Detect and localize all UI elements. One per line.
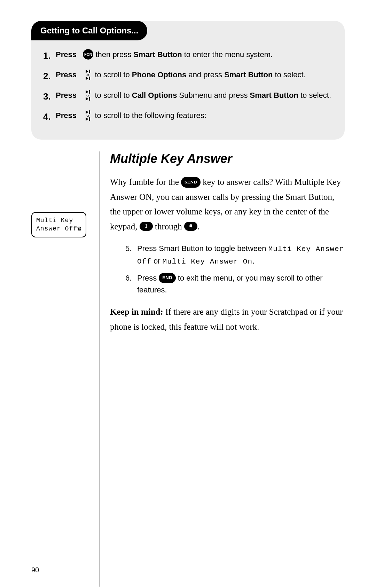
- send-key-icon: SEND: [181, 177, 201, 187]
- key-1-icon: 1: [140, 222, 153, 231]
- substep-text: or: [151, 257, 163, 265]
- screen-line-1: Multi Key: [36, 216, 81, 225]
- step-text: and press: [186, 70, 224, 79]
- step-text: to scroll to the following features:: [95, 111, 206, 120]
- step-bold: Smart Button: [250, 91, 298, 100]
- intro-paragraph: Why fumble for the SEND key to answer ca…: [110, 175, 345, 234]
- phone-screen-box: Multi Key Answer Off☎: [31, 212, 86, 237]
- press-label: Press: [56, 111, 77, 120]
- step-bold: Smart Button: [133, 50, 182, 59]
- step-4: 4. Press or to scroll to the following f…: [43, 110, 333, 124]
- scroll-icon: or: [83, 90, 93, 101]
- press-label: Press: [56, 91, 77, 100]
- page-number: 90: [31, 566, 39, 574]
- step-number: 1.: [43, 49, 52, 63]
- box-title: Getting to Call Options...: [31, 21, 147, 40]
- substep-text: Press Smart Button to toggle between: [137, 244, 268, 253]
- step-bold: Phone Options: [132, 70, 186, 79]
- substep-6: 6. Press END to exit the menu, or you ma…: [125, 272, 345, 296]
- substep-text: Press: [137, 274, 159, 282]
- vertical-divider: [100, 151, 100, 587]
- step-bold: Call Options: [132, 91, 177, 100]
- scroll-icon: or: [83, 70, 93, 80]
- scroll-icon: or: [83, 110, 93, 121]
- step-1: 1. Press FCN then press Smart Button to …: [43, 49, 333, 63]
- step-text: to scroll to: [95, 91, 132, 100]
- section-heading: Multiple Key Answer: [110, 151, 345, 166]
- step-3: 3. Press or to scroll to Call Options Su…: [43, 89, 333, 103]
- step-text: to select.: [273, 70, 305, 79]
- note-paragraph: Keep in mind: If there are any digits in…: [110, 305, 345, 334]
- fcn-icon: FCN: [83, 49, 93, 60]
- substep-5: 5. Press Smart Button to toggle between …: [125, 243, 345, 267]
- instructions-box: Getting to Call Options... 1. Press FCN …: [31, 21, 345, 140]
- step-number: 4.: [43, 110, 52, 124]
- step-number: 3.: [43, 89, 52, 103]
- step-text: then press: [95, 50, 133, 59]
- phone-icon: ☎: [77, 225, 81, 232]
- step-2: 2. Press or to scroll to Phone Options a…: [43, 69, 333, 83]
- end-key-icon: END: [159, 273, 175, 283]
- substep-number: 5.: [125, 243, 134, 267]
- press-label: Press: [56, 50, 77, 59]
- step-text: to select.: [298, 91, 331, 100]
- step-text: Submenu and press: [177, 91, 250, 100]
- note-label: Keep in mind:: [110, 307, 163, 316]
- step-number: 2.: [43, 69, 52, 83]
- step-text: to enter the menu system.: [182, 50, 273, 59]
- screen-line-2: Answer Off: [36, 225, 77, 232]
- lcd-text: Multi Key Answer On: [163, 258, 252, 266]
- body-text: .: [197, 222, 199, 231]
- content-area: Multi Key Answer Off☎ Multiple Key Answe…: [31, 151, 345, 587]
- body-text: through: [153, 222, 184, 231]
- step-bold: Smart Button: [224, 70, 273, 79]
- substep-text: .: [252, 257, 254, 265]
- step-text: to scroll to: [95, 70, 132, 79]
- press-label: Press: [56, 70, 77, 79]
- substep-number: 6.: [125, 272, 134, 296]
- body-text: Why fumble for the: [110, 177, 181, 187]
- key-hash-icon: #: [184, 222, 197, 231]
